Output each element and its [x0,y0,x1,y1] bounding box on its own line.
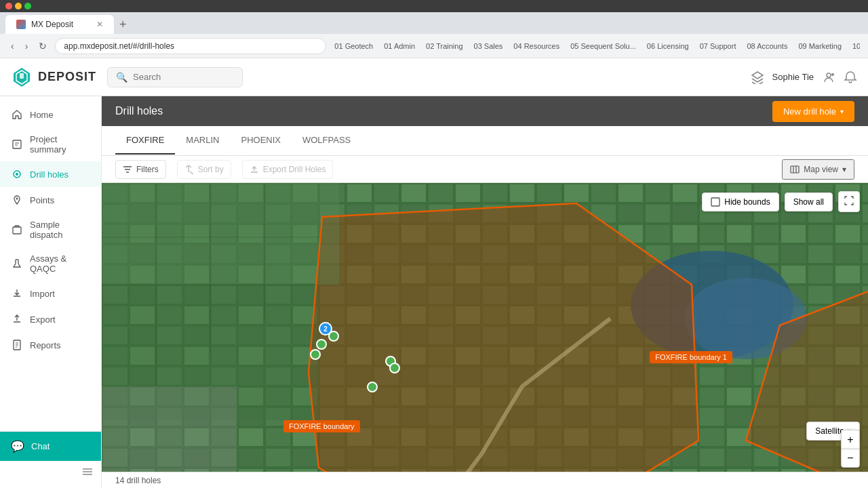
new-drill-hole-button[interactable]: New drill hole ▾ [772,101,854,122]
drill-marker-2[interactable] [316,339,327,350]
sidebar-item-assays[interactable]: Assays & QAQC [0,247,101,281]
bookmark-10[interactable]: 09 Marketing [795,41,844,52]
address-bar: ‹ › ↻ 01 Geotech 01 Admin 02 Training 03… [0,34,868,58]
export-drill-holes-button[interactable]: Export Drill Holes [242,160,334,179]
app-header: DEPOSIT 🔍 Sophie Tie [0,58,868,96]
map-view-icon [790,165,800,174]
tab-phoenix[interactable]: PHOENIX [230,127,292,155]
collapse-sidebar-icon[interactable] [79,464,96,480]
hide-bounds-button[interactable]: Hide bounds [702,192,778,211]
layers-icon[interactable] [751,70,764,84]
notification-icon[interactable] [844,70,857,84]
chat-item[interactable]: 💬 Chat [0,432,101,461]
bounds-icon [711,197,720,207]
sidebar-item-reports[interactable]: Reports [0,332,101,358]
fullscreen-icon [844,196,854,205]
bookmark-4[interactable]: 03 Sales [471,41,506,52]
sidebar-item-project-summary[interactable]: Project summary [0,127,101,161]
maximize-btn[interactable] [24,3,31,9]
user-settings-icon[interactable] [822,70,835,84]
forward-button[interactable]: › [22,38,31,54]
new-drill-caret: ▾ [840,108,844,115]
drill-holes-label: Drill holes [30,169,68,180]
page-header: Drill holes New drill hole ▾ [102,96,868,126]
address-input[interactable] [55,38,326,54]
drill-marker-3[interactable] [310,349,321,360]
bookmark-5[interactable]: 04 Resources [511,41,562,52]
export-drill-icon [250,165,259,174]
export-icon [11,313,23,325]
tab-title: MX Deposit [31,20,73,29]
bookmark-6[interactable]: 05 Seequent Solu... [568,41,639,52]
reports-label: Reports [30,340,61,350]
search-bar[interactable]: 🔍 [107,67,243,87]
bookmark-3[interactable]: 02 Training [423,41,465,52]
map-container[interactable]: 2 FOXFIRE boundary FOXFIRE boundary 1 Hi… [102,183,868,488]
tab-marlin[interactable]: MARLIN [175,127,230,155]
assays-icon [11,258,23,270]
hide-bounds-label: Hide bounds [724,197,770,207]
back-button[interactable]: ‹ [8,38,17,54]
foxfire-boundary-label: FOXFIRE boundary [283,420,360,432]
main-content: Home Project summary Drill holes Points [0,96,868,488]
sample-dispatch-icon [11,224,23,236]
zoom-controls: + − [841,430,860,468]
bookmark-9[interactable]: 08 Accounts [744,41,790,52]
tab-bar: MX Deposit ✕ + [0,12,868,34]
svg-rect-2 [20,73,24,79]
header-right: Sophie Tie [751,70,857,84]
points-icon [11,194,23,206]
show-all-button[interactable]: Show all [785,192,833,211]
sidebar: Home Project summary Drill holes Points [0,96,102,488]
sort-by-button[interactable]: Sort by [177,160,231,179]
drill-marker-6[interactable] [367,382,378,392]
zoom-in-button[interactable]: + [841,430,860,449]
app-logo: DEPOSIT [11,66,96,88]
map-controls-top: Hide bounds Show all [702,191,860,212]
fullscreen-button[interactable] [838,191,860,212]
assays-label: Assays & QAQC [30,253,90,274]
tabs-bar: FOXFIRE MARLIN PHOENIX WOLFPASS [102,126,868,156]
minimize-btn[interactable] [15,3,22,9]
svg-point-8 [16,198,18,200]
sort-label: Sort by [198,165,224,174]
svg-rect-11 [791,166,799,173]
search-input[interactable] [133,72,234,82]
refresh-button[interactable]: ↻ [36,38,50,54]
bookmark-11[interactable]: 10 Personal [850,41,860,52]
svg-rect-5 [13,140,21,148]
filter-icon [123,165,132,174]
home-label: Home [30,110,54,120]
map-view-caret: ▾ [842,165,846,174]
close-btn[interactable] [5,3,12,9]
svg-point-7 [16,173,18,176]
tab-foxfire[interactable]: FOXFIRE [115,127,175,155]
svg-rect-9 [13,227,21,234]
active-tab[interactable]: MX Deposit ✕ [5,15,114,34]
tab-wolfpass[interactable]: WOLFPASS [292,127,361,155]
tab-favicon [16,20,26,29]
bookmark-1[interactable]: 01 Geotech [332,41,376,52]
sidebar-item-points[interactable]: Points [0,187,101,213]
sidebar-item-export[interactable]: Export [0,306,101,332]
filters-label: Filters [136,165,159,174]
import-label: Import [30,289,55,299]
drill-marker-5[interactable] [389,363,400,373]
tab-close-icon[interactable]: ✕ [96,20,103,29]
map-view-button[interactable]: Map view ▾ [782,159,854,180]
drill-holes-icon [11,168,23,180]
sidebar-item-import[interactable]: Import [0,281,101,306]
sidebar-item-drill-holes[interactable]: Drill holes [0,161,101,187]
sidebar-item-home[interactable]: Home [0,102,101,127]
sort-icon [184,165,194,174]
new-tab-button[interactable]: + [114,15,132,34]
filters-button[interactable]: Filters [115,160,166,179]
bookmark-8[interactable]: 07 Support [697,41,739,52]
zoom-out-button[interactable]: − [841,449,860,468]
bookmark-7[interactable]: 06 Licensing [644,41,692,52]
sidebar-item-sample-dispatch[interactable]: Sample dispatch [0,213,101,247]
drill-marker-1[interactable] [328,331,339,342]
new-drill-label: New drill hole [783,106,836,117]
svg-rect-26 [102,183,339,285]
bookmark-2[interactable]: 01 Admin [381,41,418,52]
